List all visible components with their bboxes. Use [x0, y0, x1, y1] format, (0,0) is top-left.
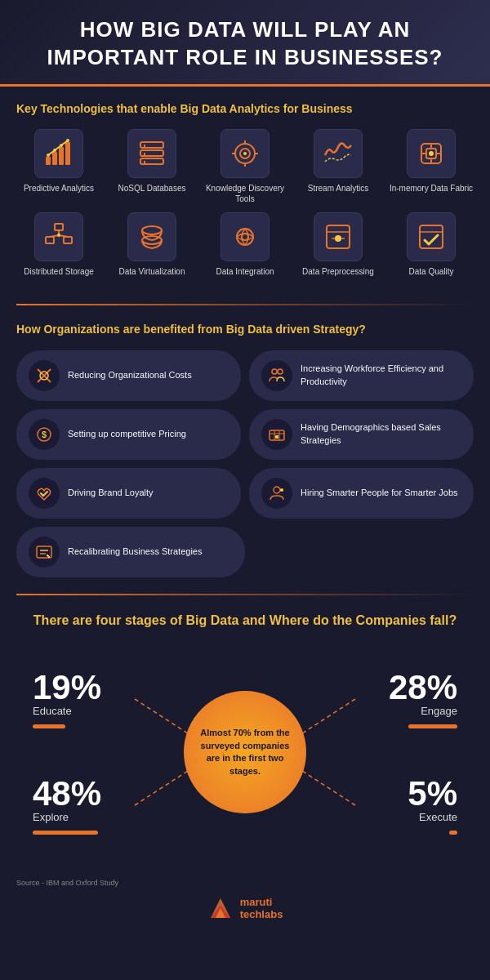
tech-knowledge-discovery: Knowledge Discovery Tools — [203, 129, 287, 204]
svg-point-35 — [142, 226, 162, 234]
stage-pct: 48% — [33, 777, 101, 811]
svg-point-5 — [53, 149, 56, 152]
stage-bar-educate — [33, 724, 65, 728]
tech-in-memory: In-memory Data Fabric — [389, 129, 474, 204]
svg-rect-41 — [335, 235, 341, 242]
svg-rect-0 — [46, 157, 51, 165]
stage-pct: 28% — [389, 670, 457, 705]
tech-data-preprocessing: Data Preprocessing — [296, 212, 381, 277]
svg-point-6 — [60, 144, 63, 147]
tech-label: Stream Analytics — [308, 183, 368, 194]
svg-text:$: $ — [42, 430, 47, 439]
stage-bar-execute — [449, 831, 457, 835]
tech-data-virtualization: Data Virtualization — [109, 212, 194, 277]
svg-point-23 — [429, 151, 434, 156]
tech-label: Data Quality — [408, 266, 453, 277]
svg-point-38 — [242, 234, 248, 240]
tech-stream-analytics: Stream Analytics — [296, 129, 381, 204]
tech-label: Distributed Storage — [24, 266, 94, 277]
stage-label: Engage — [421, 705, 457, 717]
tech-data-integration: Data Integration — [203, 212, 287, 277]
footer: maruti techlabs — [0, 887, 490, 933]
stage-label: Educate — [33, 705, 72, 717]
center-circle: Almost 70% from the surveyed companies a… — [184, 691, 306, 813]
benefit-smarter-hiring: Hiring Smarter People for Smarter Jobs — [249, 468, 474, 519]
stage-pct: 19% — [33, 670, 101, 705]
benefits-section: How Organizations are benefited from Big… — [0, 310, 490, 590]
divider-2 — [16, 594, 474, 595]
svg-point-58 — [274, 487, 280, 493]
benefit-brand-loyalty: Driving Brand Loyalty — [16, 468, 241, 519]
tech-label: Data Virtualization — [119, 266, 185, 277]
tech-label: Knowledge Discovery Tools — [203, 183, 287, 204]
benefit-text: Recalibrating Business Strategies — [68, 546, 202, 558]
svg-point-34 — [57, 234, 60, 237]
center-circle-text: Almost 70% from the surveyed companies a… — [196, 727, 294, 777]
svg-rect-57 — [275, 435, 278, 439]
benefit-text: Driving Brand Loyalty — [68, 487, 154, 499]
tech-grid-row1: Predictive Analytics NoSQL Databases — [16, 129, 474, 204]
svg-rect-1 — [52, 152, 57, 165]
stages-title: There are four stages of Big Data and Wh… — [16, 612, 474, 630]
brand-line1: maruti — [240, 896, 283, 909]
benefit-text: Increasing Workforce Efficiency and Prod… — [301, 363, 461, 388]
benefit-reducing-costs: Reducing Organizational Costs — [16, 350, 241, 401]
maruti-logo-icon — [207, 895, 234, 921]
stages-section: There are four stages of Big Data and Wh… — [0, 599, 490, 875]
svg-rect-2 — [59, 147, 64, 165]
benefit-business-strategies: Recalibrating Business Strategies — [16, 527, 245, 577]
benefit-text: Having Demographics based Sales Strategi… — [301, 421, 461, 447]
svg-point-37 — [237, 229, 253, 245]
tech-nosql: NoSQL Databases — [109, 129, 194, 204]
svg-rect-44 — [420, 225, 443, 248]
svg-point-4 — [47, 154, 50, 157]
svg-rect-29 — [46, 237, 54, 243]
benefit-text: Hiring Smarter People for Smarter Jobs — [301, 487, 458, 499]
technologies-title: Key Technologies that enable Big Data An… — [16, 101, 474, 118]
stage-label: Explore — [33, 811, 69, 823]
tech-data-quality: Data Quality — [389, 212, 474, 277]
benefit-demographics-sales: Having Demographics based Sales Strategi… — [249, 409, 474, 460]
page-title: HOW BIG DATA WILL PLAY AN IMPORTANT ROLE… — [24, 16, 466, 72]
svg-point-50 — [278, 369, 283, 374]
benefit-text: Reducing Organizational Costs — [68, 369, 192, 381]
tech-predictive-analytics: Predictive Analytics — [16, 129, 101, 204]
tech-label: Predictive Analytics — [24, 183, 94, 194]
benefits-title: How Organizations are benefited from Big… — [16, 322, 474, 338]
benefit-workforce-efficiency: Increasing Workforce Efficiency and Prod… — [249, 350, 474, 401]
stage-bar-engage — [408, 724, 457, 728]
tech-label: In-memory Data Fabric — [390, 183, 473, 194]
stage-pct: 5% — [408, 777, 457, 811]
stages-container: 19% Educate 28% Engage 48% Explore 5% Ex… — [16, 646, 474, 858]
benefits-grid: Reducing Organizational Costs Increasing… — [16, 350, 474, 577]
svg-rect-30 — [64, 237, 72, 243]
tech-grid-row2: Distributed Storage Data Virtualization — [16, 212, 474, 277]
stage-label: Execute — [419, 811, 457, 823]
page-header: HOW BIG DATA WILL PLAY AN IMPORTANT ROLE… — [0, 0, 490, 87]
tech-label: Data Integration — [216, 266, 274, 277]
svg-point-7 — [66, 139, 69, 142]
svg-rect-28 — [55, 224, 63, 230]
footer-brand: maruti techlabs — [240, 896, 283, 921]
svg-rect-3 — [65, 142, 70, 165]
technologies-section: Key Technologies that enable Big Data An… — [0, 87, 490, 301]
benefit-text: Setting up competitive Pricing — [68, 428, 186, 440]
divider-1 — [16, 304, 474, 305]
stage-bar-explore — [33, 831, 98, 835]
brand-line2: techlabs — [240, 908, 283, 921]
tech-label: NoSQL Databases — [118, 183, 185, 194]
svg-point-16 — [243, 152, 247, 155]
benefit-competitive-pricing: $ Setting up competitive Pricing — [16, 409, 241, 460]
svg-point-49 — [272, 369, 277, 374]
source-text: Source - IBM and Oxford Study — [0, 875, 490, 887]
tech-label: Data Preprocessing — [302, 266, 374, 277]
tech-distributed-storage: Distributed Storage — [16, 212, 101, 277]
